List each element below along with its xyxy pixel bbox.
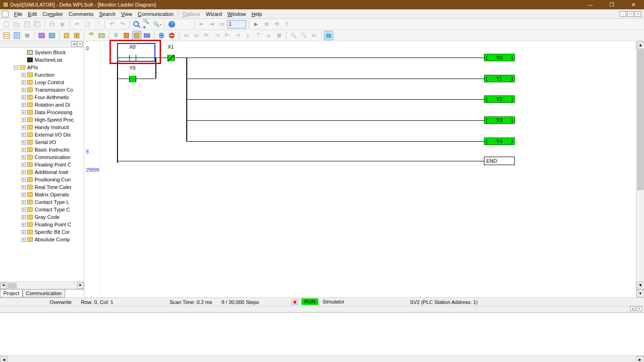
tree-item-system-block[interactable]: System Block (1, 49, 83, 56)
sidebar-hscroll[interactable]: ◄ ► (0, 282, 84, 289)
goto-input[interactable] (227, 20, 246, 29)
tree-item-absolute-comp[interactable]: +Absolute Comp (1, 236, 83, 243)
stop2-button[interactable]: ⊘ (262, 20, 271, 29)
contact-y0[interactable]: Y0 (117, 72, 148, 87)
tree-expander[interactable]: + (22, 125, 26, 130)
print-button[interactable] (47, 20, 57, 29)
mdi-minimize-button[interactable]: – (620, 11, 626, 17)
menu-edit[interactable]: Edit (25, 10, 40, 18)
tree-expander[interactable]: + (22, 103, 26, 107)
sidebar-tab-project[interactable]: Project (0, 290, 22, 297)
tree-item-transmission-co[interactable]: +Transmission Co (1, 86, 83, 94)
tree-item-machinelist[interactable]: MachineList (1, 56, 83, 64)
simulator-button[interactable] (324, 31, 333, 40)
sidebar-pin-button[interactable]: ⊿ (71, 41, 77, 47)
online-edit-button[interactable] (97, 31, 106, 40)
menu-communication[interactable]: Communication (135, 10, 176, 18)
new-file-button[interactable] (2, 20, 11, 29)
tree-expander[interactable]: + (22, 200, 26, 204)
edit6-button[interactable]: ⊤ (254, 31, 263, 40)
find1-button[interactable]: 🔍 (289, 31, 298, 40)
tree-expander[interactable]: + (22, 88, 26, 92)
copy-button[interactable]: 📋 (82, 20, 92, 29)
verify-button[interactable] (142, 31, 152, 40)
tree-expander[interactable]: + (22, 178, 26, 182)
upload-button[interactable] (72, 31, 81, 40)
menu-view[interactable]: View (118, 10, 135, 18)
menu-compiler[interactable]: Compiler (40, 10, 66, 18)
menu-search[interactable]: Search (96, 10, 118, 18)
tree-expander[interactable]: + (22, 140, 26, 145)
tree-item-high-speed-proc[interactable]: +High-Speed Proc (1, 116, 83, 123)
save-all-button[interactable] (33, 20, 42, 29)
online-button[interactable] (157, 31, 166, 40)
tree-item-external-i-o-dis[interactable]: +External I/O Dis (1, 131, 83, 138)
output-console[interactable] (0, 312, 644, 355)
nav-back-button[interactable]: ⇤ (197, 20, 206, 29)
cut-button[interactable]: ✂ (72, 20, 81, 29)
maximize-button[interactable]: ❐ (601, 0, 622, 9)
help-button[interactable]: ? (167, 20, 176, 29)
tree-expander[interactable]: + (22, 73, 26, 77)
canvas-vscroll[interactable]: ▲ ▼ ▾ (636, 41, 644, 297)
menu-file[interactable]: File (11, 10, 25, 18)
tree-expander[interactable]: + (22, 170, 26, 174)
edit8-button[interactable]: ⊞ (274, 31, 284, 40)
write-plc-button[interactable] (122, 31, 131, 40)
undo-button[interactable]: ↶ (107, 20, 117, 29)
comm-settings-button[interactable]: ⚙ (111, 31, 121, 40)
tree-expander[interactable]: + (22, 148, 26, 152)
ladder-view-button[interactable] (2, 31, 11, 40)
close-button[interactable]: ✕ (622, 0, 644, 9)
tree-item-positioning-con[interactable]: +Positioning Con (1, 176, 83, 183)
run-button[interactable]: ▶ (251, 20, 261, 29)
coil-y0[interactable]: Y0 (484, 54, 515, 61)
tree-expander[interactable]: + (22, 95, 26, 100)
tree-expander[interactable]: + (22, 163, 26, 167)
tree-item-specific-bit-cor[interactable]: +Specific Bit Cor (1, 228, 83, 236)
compile-all-button[interactable] (47, 31, 57, 40)
tree-item-function[interactable]: +Function (1, 71, 83, 79)
sidebar-close-button[interactable]: × (77, 41, 83, 47)
redo-button[interactable]: ↷ (117, 20, 127, 29)
device-button[interactable]: ▭ (182, 31, 191, 40)
nav-fwd-button[interactable]: ⇥ (207, 20, 216, 29)
dock-pin-button[interactable]: ⊿ (630, 306, 636, 311)
tree-expander[interactable]: + (22, 118, 26, 122)
tree-item-handy-instructi[interactable]: +Handy Instructi (1, 123, 83, 131)
edit1-button[interactable]: ⊢ (202, 31, 212, 40)
tree-expander[interactable]: + (22, 110, 26, 115)
minimize-button[interactable]: — (579, 0, 601, 9)
edit4-button[interactable]: ⊣ (233, 31, 242, 40)
tree-item-communication[interactable]: +Communication (1, 153, 83, 161)
zoom-in-button[interactable]: 🔍+ (142, 20, 152, 29)
dock-close-button[interactable]: × (637, 306, 642, 311)
print-preview-button[interactable]: 🗎 (58, 20, 67, 29)
edit3-button[interactable]: ⊢ (223, 31, 232, 40)
coil-y2[interactable]: Y2 (484, 95, 515, 103)
find2-button[interactable]: 🔍 (299, 31, 308, 40)
open-file-button[interactable] (12, 20, 22, 29)
save-button[interactable] (22, 20, 32, 29)
device2-button[interactable]: ▭ (192, 31, 201, 40)
monitor-toggle-button[interactable] (87, 31, 96, 40)
tree-item-floating-point-c[interactable]: +Floating Point C (1, 221, 83, 228)
edit5-button[interactable]: ⊥ (243, 31, 253, 40)
end-instruction[interactable]: END (484, 157, 515, 165)
sfc-view-button[interactable]: ▦ (22, 31, 32, 40)
tree-expander[interactable]: − (14, 65, 18, 70)
bookmark-button[interactable]: ▭ (309, 31, 319, 40)
mdi-close-button[interactable]: × (635, 11, 641, 17)
download-button[interactable] (62, 31, 71, 40)
coil-y3[interactable]: Y3 (484, 116, 515, 124)
edit2-button[interactable]: ⊣ (212, 31, 222, 40)
tree-item-floating-point-c[interactable]: +Floating Point C (1, 161, 83, 168)
tree-item-four-arithmetic[interactable]: +Four Arithmetic (1, 94, 83, 101)
tree-item-serial-i-o[interactable]: +Serial I/O (1, 138, 83, 146)
coil-y1[interactable]: Y1 (484, 75, 515, 82)
tree-expander[interactable]: + (22, 238, 26, 242)
refresh-button[interactable]: ⟲ (272, 20, 281, 29)
stop-plc-button[interactable] (167, 31, 176, 40)
tree-expander[interactable]: + (22, 208, 26, 212)
mdi-restore-button[interactable]: □ (627, 11, 634, 17)
